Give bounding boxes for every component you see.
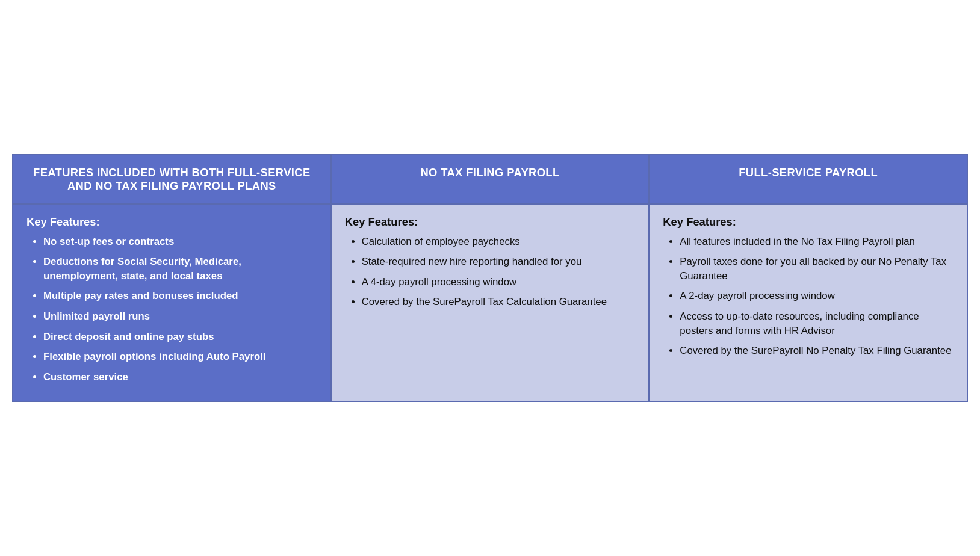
col2-key-features-label: Key Features:	[345, 215, 636, 229]
list-item: Flexible payroll options including Auto …	[43, 350, 317, 364]
list-item: Multiple pay rates and bonuses included	[43, 289, 317, 303]
list-item: No set-up fees or contracts	[43, 235, 317, 249]
col3-key-features-label: Key Features:	[663, 215, 954, 229]
col2-feature-list: Calculation of employee paychecksState-r…	[345, 235, 636, 309]
list-item: Direct deposit and online pay stubs	[43, 330, 317, 344]
col1-feature-list: No set-up fees or contractsDeductions fo…	[26, 235, 317, 384]
list-item: Covered by the SurePayroll Tax Calculati…	[362, 295, 636, 309]
list-item: Calculation of employee paychecks	[362, 235, 636, 249]
col1-content: Key Features: No set-up fees or contract…	[13, 204, 331, 401]
list-item: Unlimited payroll runs	[43, 309, 317, 324]
list-item: Deductions for Social Security, Medicare…	[43, 255, 317, 283]
col3-content: Key Features: All features included in t…	[649, 204, 967, 401]
list-item: A 2-day payroll processing window	[680, 289, 954, 303]
col3-feature-list: All features included in the No Tax Fili…	[663, 235, 954, 358]
header-col3: FULL-SERVICE PAYROLL	[649, 155, 967, 204]
header-col2: NO TAX FILING PAYROLL	[331, 155, 650, 204]
col1-key-features-label: Key Features:	[26, 215, 317, 229]
col2-content: Key Features: Calculation of employee pa…	[331, 204, 650, 401]
list-item: A 4-day payroll processing window	[362, 275, 636, 289]
comparison-table: FEATURES INCLUDED WITH BOTH FULL-SERVICE…	[12, 154, 968, 402]
list-item: Customer service	[43, 370, 317, 385]
list-item: Covered by the SurePayroll No Penalty Ta…	[680, 344, 954, 358]
header-col1: FEATURES INCLUDED WITH BOTH FULL-SERVICE…	[13, 155, 331, 204]
list-item: Access to up-to-date resources, includin…	[680, 309, 954, 338]
list-item: All features included in the No Tax Fili…	[680, 235, 954, 249]
list-item: Payroll taxes done for you all backed by…	[680, 255, 954, 283]
list-item: State-required new hire reporting handle…	[362, 255, 636, 269]
